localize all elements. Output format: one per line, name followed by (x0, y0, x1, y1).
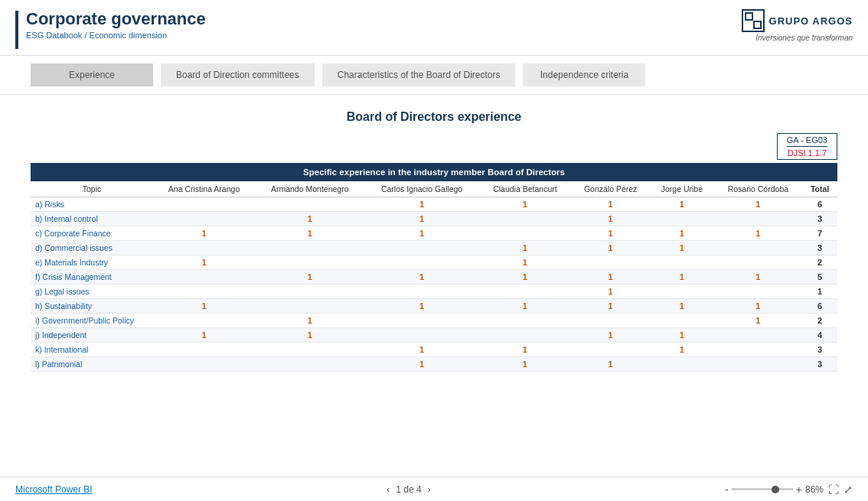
value-cell: 1 (650, 328, 714, 343)
zoom-thumb[interactable] (772, 486, 779, 493)
value-cell (479, 314, 572, 328)
table-container: Specific experience in the industry memb… (31, 163, 837, 372)
value-cell (714, 328, 802, 343)
zoom-level: 86% (805, 484, 824, 495)
col-carlos: Carlos Ignacio Gallego (364, 181, 478, 197)
value-cell: 1 (714, 197, 802, 212)
header: Corporate governance ESG Databook / Econ… (0, 0, 868, 56)
col-rosario: Rosario Córdoba (714, 181, 802, 197)
subtitle-suffix: Economic dimension (90, 31, 168, 40)
topic-cell: a) Risks (31, 197, 153, 212)
value-cell (714, 255, 802, 270)
value-cell (153, 241, 255, 255)
value-cell: 1 (153, 226, 255, 241)
value-cell (650, 212, 714, 226)
value-cell (650, 314, 714, 328)
value-cell: 1 (364, 197, 478, 212)
value-cell (153, 212, 255, 226)
value-cell: 1 (255, 328, 364, 343)
topic-cell: h) Sustainability (31, 299, 153, 314)
value-cell (364, 241, 478, 255)
col-gonzalo: Gonzálo Pérez (571, 181, 650, 197)
tab-experience[interactable]: Experience (31, 63, 153, 86)
total-cell: 4 (802, 328, 837, 343)
value-cell: 1 (364, 299, 478, 314)
table-row: a) Risks111116 (31, 197, 837, 212)
total-cell: 3 (802, 241, 837, 255)
table-main-header: Specific experience in the industry memb… (31, 163, 837, 181)
next-page-button[interactable]: › (428, 484, 431, 495)
value-cell: 1 (479, 270, 572, 285)
topic-cell: b) Internal control (31, 212, 153, 226)
prev-page-button[interactable]: ‹ (387, 484, 390, 495)
fullscreen-icon[interactable]: ⛶ (828, 483, 839, 496)
value-cell: 1 (650, 197, 714, 212)
col-jorge: Jorge Uribe (650, 181, 714, 197)
badge-ga: GA - EG03 (787, 135, 827, 147)
total-cell: 2 (802, 255, 837, 270)
tab-board-direction[interactable]: Board of Direction committees (161, 63, 315, 86)
value-cell: 1 (479, 197, 572, 212)
table-main-header-row: Specific experience in the industry memb… (31, 163, 837, 181)
value-cell: 1 (479, 357, 572, 372)
value-cell (153, 270, 255, 285)
value-cell: 1 (650, 270, 714, 285)
zoom-track[interactable] (732, 488, 793, 490)
total-cell: 7 (802, 226, 837, 241)
value-cell (255, 285, 364, 299)
value-cell: 1 (571, 212, 650, 226)
page-title: Corporate governance (26, 9, 206, 29)
value-cell: 1 (479, 241, 572, 255)
value-cell (364, 285, 478, 299)
tab-independence[interactable]: Independence criteria (523, 63, 645, 86)
total-cell: 3 (802, 212, 837, 226)
total-cell: 6 (802, 197, 837, 212)
value-cell (255, 197, 364, 212)
value-cell: 1 (479, 343, 572, 357)
subtitle: ESG Databook / Economic dimension (26, 31, 206, 40)
table-row: j) Independent11114 (31, 328, 837, 343)
value-cell: 1 (255, 270, 364, 285)
value-cell: 1 (571, 299, 650, 314)
value-cell (255, 299, 364, 314)
svg-rect-0 (746, 13, 752, 20)
value-cell: 1 (153, 255, 255, 270)
total-cell: 6 (802, 299, 837, 314)
value-cell (479, 226, 572, 241)
col-header-row: Topic Ana Cristina Arango Armando Monten… (31, 181, 837, 197)
value-cell: 1 (364, 212, 478, 226)
footer: Microsoft Power BI ‹ 1 de 4 › - + 86% ⛶ … (0, 477, 868, 501)
table-row: b) Internal control1113 (31, 212, 837, 226)
zoom-plus-button[interactable]: + (796, 483, 802, 496)
experience-table: Specific experience in the industry memb… (31, 163, 837, 372)
value-cell: 1 (255, 226, 364, 241)
value-cell (714, 285, 802, 299)
col-claudia: Claudia Betancurt (479, 181, 572, 197)
topic-cell: k) International (31, 343, 153, 357)
badge-djsi: DJSI 1.1.7 (787, 147, 827, 158)
value-cell: 1 (255, 212, 364, 226)
expand-icon[interactable]: ⤢ (844, 483, 853, 496)
tab-characteristics[interactable]: Characteristics of the Board of Director… (322, 63, 516, 86)
logo-name: GRUPO ARGOS (769, 15, 853, 27)
zoom-minus-button[interactable]: - (725, 483, 729, 496)
value-cell (571, 314, 650, 328)
topic-cell: j) Independent (31, 328, 153, 343)
page-total: 4 (416, 484, 422, 495)
value-cell: 1 (364, 270, 478, 285)
table-row: h) Sustainability1111116 (31, 299, 837, 314)
value-cell: 1 (364, 343, 478, 357)
logo-top: GRUPO ARGOS (742, 9, 853, 32)
grupo-argos-icon (742, 9, 765, 32)
value-cell (153, 197, 255, 212)
value-cell (479, 212, 572, 226)
value-cell: 1 (571, 226, 650, 241)
value-cell: 1 (571, 357, 650, 372)
value-cell (255, 255, 364, 270)
col-topic: Topic (31, 181, 153, 197)
value-cell (571, 343, 650, 357)
value-cell: 1 (571, 285, 650, 299)
value-cell: 1 (714, 270, 802, 285)
powerbi-link[interactable]: Microsoft Power BI (15, 484, 93, 495)
value-cell (714, 357, 802, 372)
